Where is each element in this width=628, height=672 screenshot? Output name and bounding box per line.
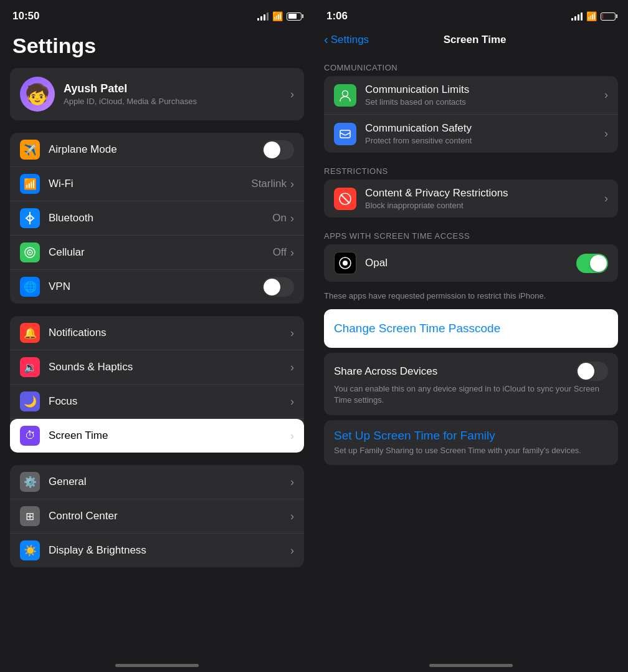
share-across-devices-row[interactable]: Share Across Devices You can enable this…	[324, 353, 618, 415]
display-icon: ☀️	[20, 540, 40, 560]
vpn-label: VPN	[49, 281, 262, 293]
status-icons-left: 📶	[257, 11, 302, 21]
focus-chevron: ›	[290, 395, 294, 408]
communication-limits-icon	[334, 84, 356, 107]
profile-info: Ayush Patel Apple ID, iCloud, Media & Pu…	[64, 82, 290, 106]
general-group: ⚙️ General › ⊞ Control Center › ☀️ Displ…	[10, 465, 304, 567]
display-chevron: ›	[290, 544, 294, 557]
airplane-mode-icon: ✈️	[20, 140, 40, 160]
content-privacy-label: Content & Privacy Restrictions	[365, 187, 604, 199]
opal-icon	[334, 252, 356, 274]
opal-label: Opal	[365, 257, 576, 269]
communication-safety-icon	[334, 123, 356, 145]
share-toggle[interactable]	[576, 362, 608, 381]
general-icon: ⚙️	[20, 472, 40, 492]
toggle-knob	[264, 142, 280, 158]
opal-item[interactable]: Opal	[324, 244, 618, 282]
opal-toggle-knob	[590, 255, 607, 272]
settings-title: Settings	[0, 27, 314, 68]
share-label: Share Across Devices	[334, 365, 437, 378]
svg-point-8	[343, 261, 348, 266]
apps-group: Opal	[324, 244, 618, 282]
display-item[interactable]: ☀️ Display & Brightness ›	[10, 534, 304, 567]
bar2	[260, 16, 262, 21]
time-right: 1:06	[326, 10, 348, 22]
opal-text: Opal	[365, 257, 576, 269]
settings-list: ✈️ Airplane Mode 📶 Wi-Fi Starlink › Blue…	[0, 133, 314, 580]
profile-sub: Apple ID, iCloud, Media & Purchases	[64, 97, 290, 106]
share-toggle-knob	[578, 363, 594, 380]
screen-time-label: Screen Time	[49, 430, 290, 442]
bar3r	[578, 14, 579, 21]
content-privacy-text: Content & Privacy Restrictions Block ina…	[365, 187, 604, 210]
vpn-toggle[interactable]	[262, 277, 294, 297]
screen-time-content: COMMUNICATION Communication Limits Set l…	[314, 54, 628, 664]
focus-label: Focus	[49, 395, 290, 408]
home-indicator-left	[115, 664, 199, 667]
signal-icon	[257, 12, 269, 21]
communication-limits-label: Communication Limits	[365, 84, 604, 96]
communication-safety-item[interactable]: Communication Safety Protect from sensit…	[324, 115, 618, 153]
opal-toggle[interactable]	[576, 254, 608, 273]
nav-bar: ‹ Settings Screen Time	[314, 27, 628, 54]
share-sub: You can enable this on any device signed…	[334, 383, 608, 406]
bluetooth-item[interactable]: Bluetooth On ›	[10, 201, 304, 236]
battery-icon-right	[601, 12, 616, 21]
communication-limits-item[interactable]: Communication Limits Set limits based on…	[324, 76, 618, 115]
focus-icon: 🌙	[20, 391, 40, 411]
bar2r	[574, 16, 576, 21]
communication-safety-chevron: ›	[604, 127, 608, 140]
notifications-item[interactable]: 🔔 Notifications ›	[10, 316, 304, 350]
wifi-value: Starlink	[251, 178, 287, 190]
wifi-item[interactable]: 📶 Wi-Fi Starlink ›	[10, 167, 304, 201]
bar1r	[571, 18, 573, 21]
sounds-item[interactable]: 🔉 Sounds & Haptics ›	[10, 350, 304, 385]
connectivity-group: ✈️ Airplane Mode 📶 Wi-Fi Starlink › Blue…	[10, 133, 304, 304]
content-privacy-icon	[334, 188, 356, 210]
back-button[interactable]: ‹ Settings	[324, 32, 369, 47]
vpn-toggle-knob	[264, 279, 280, 295]
general-label: General	[49, 476, 290, 488]
control-center-icon: ⊞	[20, 506, 40, 526]
general-item[interactable]: ⚙️ General ›	[10, 465, 304, 499]
vpn-item[interactable]: 🌐 VPN	[10, 270, 304, 304]
profile-row[interactable]: 🧒 Ayush Patel Apple ID, iCloud, Media & …	[10, 68, 304, 120]
change-passcode-label: Change Screen Time Passcode	[334, 322, 500, 335]
back-chevron-icon: ‹	[324, 32, 328, 47]
family-sub: Set up Family Sharing to use Screen Time…	[334, 445, 608, 456]
control-center-chevron: ›	[290, 510, 294, 523]
right-panel: 1:06 📶 ‹ Settings Screen Time COMMUNICAT…	[314, 0, 628, 672]
communication-safety-text: Communication Safety Protect from sensit…	[365, 122, 604, 145]
communication-group: Communication Limits Set limits based on…	[324, 76, 618, 153]
control-center-item[interactable]: ⊞ Control Center ›	[10, 499, 304, 534]
family-row[interactable]: Set Up Screen Time for Family Set up Fam…	[324, 420, 618, 465]
communication-limits-sub: Set limits based on contacts	[365, 97, 604, 107]
sounds-chevron: ›	[290, 361, 294, 374]
svg-point-3	[343, 90, 348, 96]
sounds-icon: 🔉	[20, 357, 40, 377]
display-label: Display & Brightness	[49, 544, 290, 557]
battery-fill-left	[288, 14, 297, 19]
content-privacy-item[interactable]: Content & Privacy Restrictions Block ina…	[324, 180, 618, 218]
bar3	[264, 14, 265, 21]
restrictions-header: RESTRICTIONS	[314, 158, 628, 180]
wifi-chevron: ›	[290, 178, 294, 191]
wifi-status-icon-right: 📶	[586, 11, 597, 21]
bar4r	[581, 12, 583, 21]
bar4	[267, 12, 269, 21]
cellular-item[interactable]: Cellular Off ›	[10, 236, 304, 270]
screen-time-nav-title: Screen Time	[369, 34, 581, 46]
airplane-mode-toggle[interactable]	[262, 140, 294, 160]
apps-screen-time-header: APPS WITH SCREEN TIME ACCESS	[314, 223, 628, 244]
screen-time-item[interactable]: ⏱ Screen Time ›	[10, 419, 304, 453]
content-privacy-sub: Block inappropriate content	[365, 201, 604, 210]
wifi-label: Wi-Fi	[49, 178, 251, 190]
cellular-label: Cellular	[49, 246, 273, 259]
apps-note: These apps have requested permission to …	[314, 287, 628, 309]
notifications-chevron: ›	[290, 327, 294, 340]
change-passcode-row[interactable]: Change Screen Time Passcode	[324, 309, 618, 348]
profile-chevron: ›	[290, 88, 294, 101]
focus-item[interactable]: 🌙 Focus ›	[10, 385, 304, 419]
airplane-mode-item[interactable]: ✈️ Airplane Mode	[10, 133, 304, 167]
svg-point-2	[29, 252, 31, 254]
